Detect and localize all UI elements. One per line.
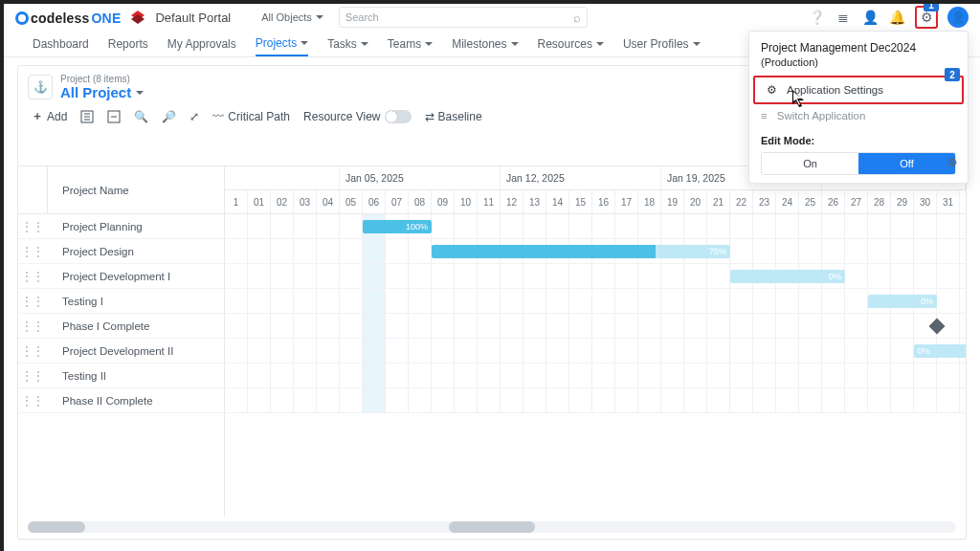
tab-user-profiles[interactable]: User Profiles [623, 31, 701, 56]
brand-circle-icon [15, 11, 29, 25]
table-row[interactable]: ⋮⋮Testing II [18, 364, 224, 388]
help-icon[interactable]: ❔ [808, 9, 825, 26]
tab-dashboard[interactable]: Dashboard [33, 31, 89, 56]
drag-handle-icon[interactable]: ⋮⋮ [18, 245, 47, 258]
switch-icon[interactable] [385, 110, 412, 123]
gantt-bar[interactable]: 100% [363, 220, 432, 233]
expand-all-button[interactable] [80, 110, 94, 123]
task-name: Project Planning [47, 221, 143, 232]
resource-view-toggle[interactable]: Resource View [303, 110, 411, 123]
day-cell: 29 [891, 190, 914, 213]
tab-approvals[interactable]: My Approvals [167, 31, 236, 56]
application-settings-item[interactable]: ⚙ Application Settings 2 [753, 76, 964, 104]
timeline-row [225, 364, 966, 388]
day-row: 1010203040506070809101112131415161718192… [225, 190, 966, 214]
timeline-row: 0% [225, 339, 966, 364]
drag-handle-icon[interactable]: ⋮⋮ [18, 394, 47, 408]
timeline-row: 75% [225, 239, 966, 264]
application-settings-label: Application Settings [787, 84, 883, 96]
caret-down-icon [596, 42, 604, 46]
task-name: Testing II [47, 370, 106, 382]
day-cell: 11 [478, 190, 501, 213]
search-input[interactable]: Search ⌕ [339, 7, 588, 28]
drag-handle-icon[interactable]: ⋮⋮ [18, 369, 47, 383]
user-icon[interactable]: 👤 [861, 9, 879, 26]
day-cell: 26 [822, 190, 845, 213]
day-cell: 24 [776, 190, 799, 213]
day-cell: 20 [684, 190, 707, 213]
add-button[interactable]: ＋Add [32, 108, 67, 124]
timeline-pane[interactable]: Jan 05, 2025 Jan 12, 2025 Jan 19, 2025 1… [225, 166, 966, 516]
object-filter-dropdown[interactable]: All Objects [261, 11, 323, 23]
baseline-label: Baseline [438, 110, 482, 123]
table-row[interactable]: ⋮⋮Project Development II [18, 339, 224, 364]
tab-label: Projects [256, 36, 297, 50]
drag-handle-icon[interactable]: ⋮⋮ [18, 220, 47, 233]
task-name: Project Development II [47, 345, 173, 357]
day-cell: 06 [363, 190, 386, 213]
table-row[interactable]: ⋮⋮Phase II Complete [18, 388, 224, 413]
table-row[interactable]: ⋮⋮Phase I Complete [18, 314, 224, 339]
table-row[interactable]: ⋮⋮Project Planning [18, 214, 224, 239]
gantt-bar[interactable]: 0% [868, 295, 937, 308]
scrollbar-thumb-left[interactable] [28, 521, 85, 533]
collapse-all-button[interactable] [107, 110, 121, 123]
baseline-button[interactable]: ⇄Baseline [425, 110, 482, 123]
drag-handle-icon[interactable]: ⋮⋮ [18, 295, 47, 308]
critical-path-toggle[interactable]: 〰Critical Path [212, 110, 290, 123]
caret-down-icon [361, 42, 368, 46]
horizontal-scrollbar[interactable] [28, 521, 956, 533]
tab-label: Teams [388, 37, 421, 51]
edit-mode-on[interactable]: On [762, 153, 858, 174]
settings-gear-highlight[interactable]: ⚙ 1 [915, 6, 938, 29]
popover-gear-icon[interactable]: ⚙ [947, 156, 958, 169]
portal-icon [130, 10, 145, 25]
brand-text-post: ONE [92, 11, 122, 26]
drag-handle-icon[interactable]: ⋮⋮ [18, 270, 47, 283]
data-icon[interactable]: ≣ [835, 9, 852, 26]
app-header: codelessONE Default Portal All Objects S… [4, 4, 980, 31]
tab-teams[interactable]: Teams [388, 31, 433, 56]
zoom-in-button[interactable]: 🔍 [134, 110, 148, 123]
switch-application-item[interactable]: ≡ Switch Application [749, 104, 968, 127]
zoom-out-button[interactable]: 🔎 [162, 110, 176, 123]
avatar[interactable]: 👤 [947, 7, 969, 28]
day-cell: 27 [845, 190, 868, 213]
task-name: Project Development I [47, 271, 170, 282]
gantt-bar[interactable]: 0% [730, 270, 845, 283]
edit-mode-toggle[interactable]: On Off [761, 152, 956, 175]
table-row[interactable]: ⋮⋮Testing I [18, 289, 224, 314]
page-title[interactable]: All Project [60, 84, 144, 100]
edit-mode-label: Edit Mode: [761, 135, 814, 146]
tab-label: Tasks [327, 37, 357, 51]
day-cell: 09 [432, 190, 455, 213]
scrollbar-thumb-right[interactable] [449, 521, 535, 533]
portal-name[interactable]: Default Portal [155, 11, 231, 25]
drag-handle-icon[interactable]: ⋮⋮ [18, 344, 47, 358]
tab-milestones[interactable]: Milestones [452, 31, 518, 56]
milestone-diamond-icon[interactable] [929, 319, 946, 335]
tab-reports[interactable]: Reports [108, 31, 148, 56]
table-row[interactable]: ⋮⋮Project Development I [18, 264, 224, 289]
gantt-bar[interactable]: 0% [914, 344, 966, 358]
tab-tasks[interactable]: Tasks [327, 31, 368, 56]
callout-1: 1 [924, 2, 939, 11]
fit-button[interactable]: ⤢ [189, 110, 199, 123]
gantt-bar[interactable]: 75% [432, 245, 730, 258]
column-header-project-name[interactable]: Project Name [18, 166, 224, 214]
caret-down-icon [301, 41, 308, 45]
brand-logo[interactable]: codelessONE [15, 10, 121, 26]
day-cell: 1 [225, 190, 248, 213]
tab-resources[interactable]: Resources [538, 31, 604, 56]
anchor-icon[interactable]: ⚓ [28, 75, 53, 99]
tab-label: User Profiles [623, 37, 689, 51]
notifications-icon[interactable]: 🔔 [888, 9, 905, 26]
task-name: Phase I Complete [47, 320, 149, 332]
day-cell: 22 [730, 190, 753, 213]
edit-mode-off[interactable]: Off [858, 153, 955, 174]
table-row[interactable]: ⋮⋮Project Design [18, 239, 224, 264]
timeline-row: 0% [225, 264, 966, 289]
tab-projects[interactable]: Projects [256, 31, 308, 56]
drag-handle-icon[interactable]: ⋮⋮ [18, 320, 47, 333]
day-cell: 04 [317, 190, 340, 213]
